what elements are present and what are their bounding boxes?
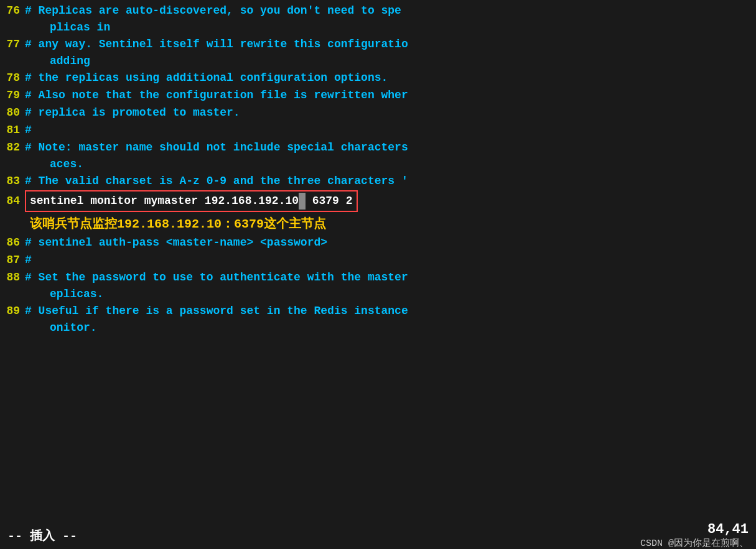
line-89: 89 # Useful if there is a password set i…: [0, 303, 756, 336]
line-number-83: 83: [0, 173, 25, 190]
cursor-position: 84,41: [640, 522, 749, 537]
line-content-88: # Set the password to use to authenticat…: [25, 269, 408, 303]
line-content-78: # the replicas using additional configur…: [25, 70, 388, 86]
line-number-86: 86: [0, 234, 25, 251]
line-83: 83 # The valid charset is A-z 0-9 and th…: [0, 173, 756, 190]
line-content-87: #: [25, 252, 32, 269]
line-85: 该哨兵节点监控192.168.192.10：6379这个主节点: [0, 212, 756, 234]
line-79: 79 # Also note that the configuration fi…: [0, 87, 756, 104]
line-88: 88 # Set the password to use to authenti…: [0, 269, 756, 303]
line-76: 76 # Replicas are auto-discovered, so yo…: [0, 2, 756, 36]
line-number-77: 77: [0, 36, 25, 53]
line-content-82: # Note: master name should not include s…: [25, 139, 408, 173]
source-attribution: CSDN @因为你是在煎啊、: [640, 537, 749, 549]
line-number-80: 80: [0, 104, 25, 121]
highlighted-command: sentinel monitor mymaster 192.168.192.10…: [25, 190, 358, 212]
line-number-78: 78: [0, 70, 25, 86]
line-78: 78 # the replicas using additional confi…: [0, 70, 756, 87]
line-content-81: #: [25, 122, 32, 139]
line-content-80: # replica is promoted to master.: [25, 104, 240, 121]
line-number-76: 76: [0, 2, 25, 19]
line-number-87: 87: [0, 252, 25, 269]
line-87: 87 #: [0, 252, 756, 269]
line-number-88: 88: [0, 269, 25, 286]
code-content: 76 # Replicas are auto-discovered, so yo…: [0, 0, 756, 339]
line-82: 82 # Note: master name should not includ…: [0, 139, 756, 173]
line-content-76: # Replicas are auto-discovered, so you d…: [25, 2, 401, 36]
line-content-77: # any way. Sentinel itself will rewrite …: [25, 36, 408, 70]
line-number-82: 82: [0, 139, 25, 156]
status-right-group: 84,41 CSDN @因为你是在煎啊、: [640, 522, 749, 549]
line-81: 81 #: [0, 122, 756, 139]
editor: 76 # Replicas are auto-discovered, so yo…: [0, 0, 756, 549]
line-84: 84 sentinel monitor mymaster 192.168.192…: [0, 190, 756, 212]
line-number-89: 89: [0, 303, 25, 320]
line-content-83: # The valid charset is A-z 0-9 and the t…: [25, 173, 408, 190]
status-bar: -- 插入 -- 84,41 CSDN @因为你是在煎啊、: [0, 522, 756, 549]
line-content-89: # Useful if there is a password set in t…: [25, 303, 408, 336]
line-number-84: 84: [0, 193, 25, 210]
line-number-81: 81: [0, 122, 25, 139]
line-80: 80 # replica is promoted to master.: [0, 104, 756, 122]
text-cursor: [299, 193, 306, 210]
line-86: 86 # sentinel auth-pass <master-name> <p…: [0, 234, 756, 252]
line-content-79: # Also note that the configuration file …: [25, 87, 408, 104]
annotation-text: 该哨兵节点监控192.168.192.10：6379这个主节点: [30, 215, 326, 232]
line-77: 77 # any way. Sentinel itself will rewri…: [0, 36, 756, 70]
line-content-86: # sentinel auth-pass <master-name> <pass…: [25, 234, 327, 251]
editor-mode: -- 插入 --: [7, 527, 77, 544]
line-number-79: 79: [0, 87, 25, 104]
